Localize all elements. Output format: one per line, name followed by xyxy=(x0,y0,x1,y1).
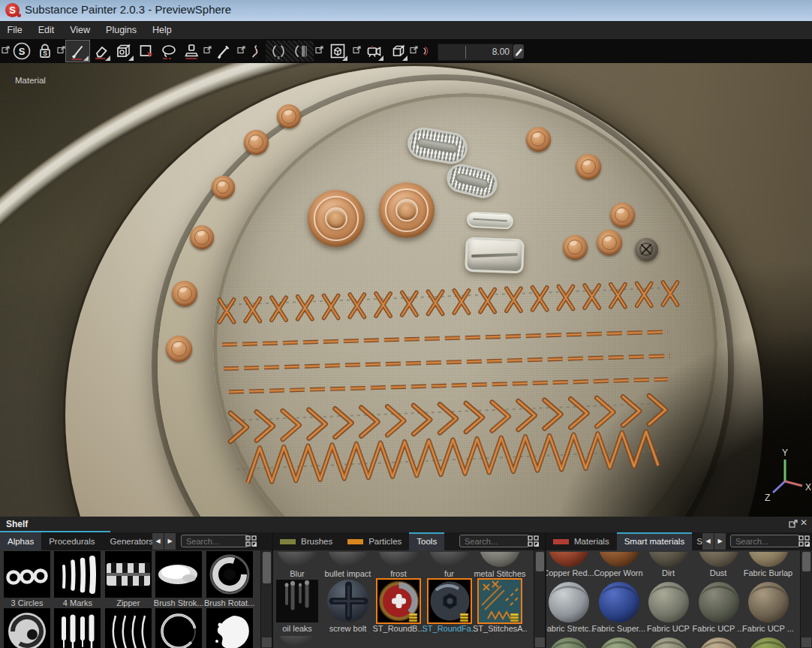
shelf-item-copper-worn[interactable] xyxy=(598,552,639,568)
shelf-item-blur[interactable] xyxy=(276,552,318,568)
prev-page-button[interactable]: ◀ xyxy=(702,533,714,550)
shelf-item-thumb[interactable] xyxy=(155,608,202,648)
material-sphere-preview xyxy=(480,552,520,567)
menu-help[interactable]: Help xyxy=(145,21,180,39)
menu-edit[interactable]: Edit xyxy=(30,21,62,39)
next-page-button[interactable]: ▶ xyxy=(714,533,726,550)
popout-mini-2-icon[interactable] xyxy=(57,44,65,52)
shelf-item-fabric-ucp-[interactable] xyxy=(747,580,789,623)
tab-procedurals[interactable]: Procedurals xyxy=(41,532,102,550)
quick-mask-toggle-button[interactable] xyxy=(419,41,431,62)
material-cube-toggle-button[interactable] xyxy=(327,41,348,62)
substance-badge-button[interactable]: S xyxy=(10,41,33,62)
path-tool-button[interactable] xyxy=(248,41,264,62)
shelf-item-zipper[interactable] xyxy=(105,551,152,598)
svg-text:X: X xyxy=(805,482,811,493)
color-picker-tool-button[interactable] xyxy=(214,41,233,62)
shelf-item-fur[interactable] xyxy=(429,552,471,568)
search-input[interactable] xyxy=(459,535,529,547)
next-page-button[interactable]: ▶ xyxy=(164,533,176,550)
search-input[interactable] xyxy=(730,535,800,547)
shelf-item-thumb[interactable] xyxy=(698,636,739,648)
menu-plugins[interactable]: Plugins xyxy=(98,21,145,39)
popout-mini-5-icon[interactable] xyxy=(315,44,323,52)
brush-size-field[interactable]: 8.00 xyxy=(438,44,513,61)
clone-stamp-tool-button[interactable] xyxy=(181,41,202,62)
popout-mini-1-icon[interactable] xyxy=(2,44,10,52)
perspective-cube-toggle-button[interactable] xyxy=(389,41,408,62)
shelf-item-fabric-ucp-[interactable] xyxy=(698,580,739,623)
shelf-item-label: Zipper xyxy=(99,598,158,607)
shelf-panel: Shelf ✕ AlphasProceduralsGenerators◀▶3 C… xyxy=(0,517,812,648)
shelf-close-icon[interactable]: ✕ xyxy=(800,517,807,528)
shelf-item-dust[interactable] xyxy=(698,552,739,568)
shelf-item-st-roundfa-[interactable] xyxy=(429,580,471,622)
brush-size-edit-button[interactable] xyxy=(513,44,524,59)
shelf-item-thumb[interactable] xyxy=(648,636,689,648)
shelf-item-brush-rotat-[interactable] xyxy=(206,551,253,598)
shelf-item-4-marks[interactable] xyxy=(54,551,101,598)
shelf-item-thumb[interactable] xyxy=(4,608,50,648)
shelf-item-3-circles[interactable] xyxy=(4,551,50,598)
substance-lock-button[interactable]: S xyxy=(35,41,55,62)
symmetry-x-toggle-button[interactable]: x xyxy=(269,41,288,62)
shelf-item-copper-red-[interactable] xyxy=(548,552,589,568)
shelf-item-thumb[interactable] xyxy=(54,608,101,648)
shelf-item-label: 4 Marks xyxy=(48,598,107,607)
camera-projection-toggle-button[interactable] xyxy=(363,41,384,62)
tools-panel-content: Blurbullet impactfrostfurmetal Stitcheso… xyxy=(272,550,546,648)
shelf-popout-icon[interactable] xyxy=(789,520,798,529)
menu-view[interactable]: View xyxy=(62,21,98,39)
menu-file[interactable]: File xyxy=(0,21,30,39)
tab-smart-materials[interactable]: Smart materials xyxy=(617,532,693,550)
projection-tool-button[interactable] xyxy=(112,41,134,62)
shelf-item-brush-strok-[interactable] xyxy=(155,551,202,598)
shelf-item-frost[interactable] xyxy=(377,552,420,568)
shelf-item-thumb[interactable] xyxy=(105,608,152,648)
tab-brushes[interactable]: Brushes xyxy=(272,532,340,550)
paint-tool-button[interactable] xyxy=(65,40,90,62)
eraser-tool-button[interactable] xyxy=(89,41,111,62)
shelf-item-thumb[interactable] xyxy=(747,636,789,648)
tab-materials[interactable]: Materials xyxy=(546,532,617,550)
shelf-item-st-roundb-[interactable] xyxy=(377,580,420,622)
lasso-tool-button[interactable] xyxy=(158,41,179,62)
shelf-item-fabric-burlap[interactable] xyxy=(747,552,789,568)
symmetry-plane-toggle-button[interactable] xyxy=(291,41,311,62)
panel-scrollbar[interactable] xyxy=(800,550,812,648)
tab-s[interactable]: S xyxy=(692,532,702,550)
shelf-item-screw-bolt[interactable] xyxy=(327,580,369,622)
shelf-item-oil-leaks[interactable] xyxy=(276,580,318,622)
shelf-item-thumb[interactable] xyxy=(276,636,318,648)
shelf-item-bullet-impact[interactable] xyxy=(327,552,369,568)
popout-mini-4-icon[interactable] xyxy=(237,44,245,52)
shelf-item-dirt[interactable] xyxy=(648,552,689,568)
shelf-item-fabric-ucp[interactable] xyxy=(648,580,689,623)
tab-alphas[interactable]: Alphas xyxy=(0,532,41,550)
shelf-item-st-stitchesa-[interactable] xyxy=(479,580,521,622)
rectangle-select-tool-button[interactable] xyxy=(136,41,157,62)
search-input[interactable] xyxy=(181,535,248,547)
panel-scrollbar[interactable] xyxy=(534,550,546,648)
display-options-icon[interactable] xyxy=(798,535,810,550)
shelf-item-metal-stitches[interactable] xyxy=(479,552,521,568)
popout-mini-6-icon[interactable] xyxy=(353,44,361,52)
shelf-item-fabric-super-[interactable] xyxy=(598,580,639,623)
shelf-item-thumb[interactable] xyxy=(548,636,589,648)
panel-divider xyxy=(272,532,273,648)
tab-particles[interactable]: Particles xyxy=(340,532,409,550)
shelf-item-thumb[interactable] xyxy=(206,608,253,648)
prev-page-button[interactable]: ◀ xyxy=(152,533,164,550)
axis-gizmo[interactable]: Y X Z xyxy=(754,439,812,511)
panel-scrollbar[interactable] xyxy=(260,550,272,648)
popout-mini-7-icon[interactable] xyxy=(410,44,418,52)
shelf-item-thumb[interactable] xyxy=(598,636,639,648)
display-options-icon[interactable] xyxy=(245,535,257,550)
viewport-3d[interactable]: Material Y X Z xyxy=(0,63,812,517)
material-sphere-preview xyxy=(699,552,739,567)
title-bar[interactable]: S Substance Painter 2.0.3 - PreviewSpher… xyxy=(0,0,812,21)
popout-mini-3-icon[interactable] xyxy=(203,44,212,52)
tab-tools[interactable]: Tools xyxy=(409,532,444,550)
display-options-icon[interactable] xyxy=(528,535,539,550)
shelf-item-fabric-stretc-[interactable] xyxy=(548,580,589,623)
